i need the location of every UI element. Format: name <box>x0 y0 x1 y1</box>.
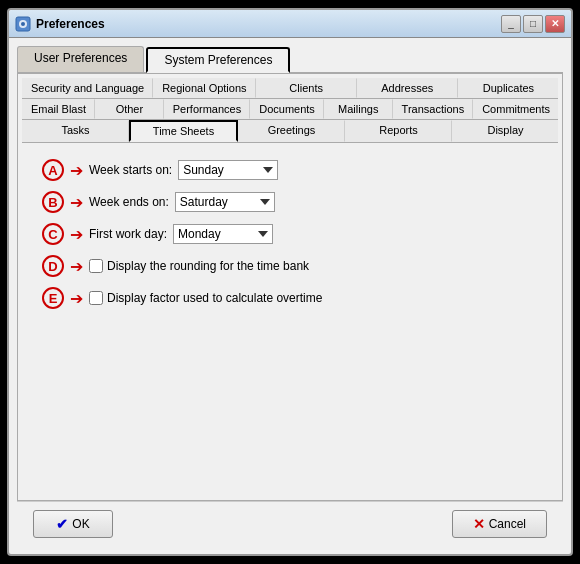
tab-performances[interactable]: Performances <box>164 99 250 119</box>
ok-label: OK <box>72 517 89 531</box>
rounding-label: Display the rounding for the time bank <box>107 259 309 273</box>
rounding-checkbox-row: Display the rounding for the time bank <box>89 259 309 273</box>
tab-addresses[interactable]: Addresses <box>357 78 458 98</box>
tab-security-language[interactable]: Security and Language <box>22 78 153 98</box>
preferences-icon <box>15 16 31 32</box>
tab-user-preferences[interactable]: User Preferences <box>17 46 144 72</box>
cancel-x-icon: ✕ <box>473 516 485 532</box>
bottom-bar: ✔ OK ✕ Cancel <box>17 501 563 546</box>
label-c: C <box>42 223 64 245</box>
top-tab-bar: User Preferences System Preferences <box>17 46 563 74</box>
window-title: Preferences <box>36 17 105 31</box>
tab-commitments[interactable]: Commitments <box>473 99 558 119</box>
main-panel: A ➔ Week starts on: Sunday Monday Tuesda… <box>22 143 558 496</box>
overtime-checkbox[interactable] <box>89 291 103 305</box>
label-a: A <box>42 159 64 181</box>
tab-display[interactable]: Display <box>452 120 558 142</box>
field-row-d: D ➔ Display the rounding for the time ba… <box>42 255 538 277</box>
arrow-d: ➔ <box>70 257 83 276</box>
tab-transactions[interactable]: Transactions <box>393 99 474 119</box>
ok-check-icon: ✔ <box>56 516 68 532</box>
label-d: D <box>42 255 64 277</box>
rounding-checkbox[interactable] <box>89 259 103 273</box>
ok-button[interactable]: ✔ OK <box>33 510 113 538</box>
tab-documents[interactable]: Documents <box>250 99 324 119</box>
field-row-a: A ➔ Week starts on: Sunday Monday Tuesda… <box>42 159 538 181</box>
cancel-label: Cancel <box>489 517 526 531</box>
field-row-e: E ➔ Display factor used to calculate ove… <box>42 287 538 309</box>
tab-area: Security and Language Regional Options C… <box>17 74 563 501</box>
label-b: B <box>42 191 64 213</box>
title-buttons: _ □ ✕ <box>501 15 565 33</box>
arrow-a: ➔ <box>70 161 83 180</box>
field-row-c: C ➔ First work day: Sunday Monday Tuesda… <box>42 223 538 245</box>
title-bar: Preferences _ □ ✕ <box>9 10 571 38</box>
week-starts-dropdown[interactable]: Sunday Monday Tuesday Wednesday Thursday… <box>178 160 278 180</box>
tab-time-sheets[interactable]: Time Sheets <box>129 120 238 142</box>
close-button[interactable]: ✕ <box>545 15 565 33</box>
tab-system-preferences[interactable]: System Preferences <box>146 47 290 73</box>
tab-mailings[interactable]: Mailings <box>324 99 393 119</box>
tab-reports[interactable]: Reports <box>345 120 452 142</box>
arrow-c: ➔ <box>70 225 83 244</box>
tab-clients[interactable]: Clients <box>256 78 357 98</box>
field-row-b: B ➔ Week ends on: Sunday Monday Tuesday … <box>42 191 538 213</box>
week-starts-label: Week starts on: <box>89 163 172 177</box>
week-ends-dropdown[interactable]: Sunday Monday Tuesday Wednesday Thursday… <box>175 192 275 212</box>
week-ends-label: Week ends on: <box>89 195 169 209</box>
sub-tab-row-1: Security and Language Regional Options C… <box>22 78 558 99</box>
svg-point-2 <box>21 22 25 26</box>
overtime-checkbox-row: Display factor used to calculate overtim… <box>89 291 322 305</box>
maximize-button[interactable]: □ <box>523 15 543 33</box>
tab-tasks[interactable]: Tasks <box>22 120 129 142</box>
label-e: E <box>42 287 64 309</box>
preferences-window: Preferences _ □ ✕ User Preferences Syste… <box>7 8 573 556</box>
first-work-day-dropdown[interactable]: Sunday Monday Tuesday Wednesday Thursday… <box>173 224 273 244</box>
sub-tab-row-2: Email Blast Other Performances Documents… <box>22 99 558 120</box>
content-area: User Preferences System Preferences Secu… <box>9 38 571 554</box>
arrow-e: ➔ <box>70 289 83 308</box>
first-work-day-label: First work day: <box>89 227 167 241</box>
minimize-button[interactable]: _ <box>501 15 521 33</box>
tab-other[interactable]: Other <box>95 99 164 119</box>
title-bar-left: Preferences <box>15 16 105 32</box>
tab-email-blast[interactable]: Email Blast <box>22 99 95 119</box>
overtime-label: Display factor used to calculate overtim… <box>107 291 322 305</box>
arrow-b: ➔ <box>70 193 83 212</box>
tab-greetings[interactable]: Greetings <box>238 120 345 142</box>
tab-regional-options[interactable]: Regional Options <box>153 78 255 98</box>
sub-tab-row-3: Tasks Time Sheets Greetings Reports Disp… <box>22 120 558 143</box>
tab-duplicates[interactable]: Duplicates <box>458 78 558 98</box>
cancel-button[interactable]: ✕ Cancel <box>452 510 547 538</box>
